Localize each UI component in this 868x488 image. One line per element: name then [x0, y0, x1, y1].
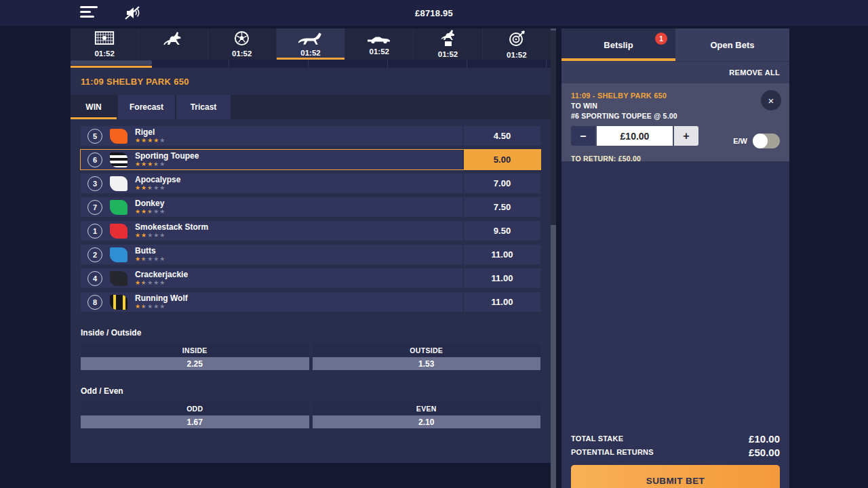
football-icon: [234, 30, 250, 49]
race-scroll-strip[interactable]: [71, 60, 551, 68]
runner-name: Rigel: [135, 128, 165, 136]
race-title: 11:09 SHELBY PARK 650: [81, 68, 540, 95]
runner-name: Sporting Toupee: [135, 152, 199, 160]
race-panel: 11:09 SHELBY PARK 650 WIN Forecast Trica…: [71, 68, 551, 463]
sport-tab-greyhounds[interactable]: 01:52: [276, 28, 344, 60]
inside-outside-market: INSIDE 2.25 OUTSIDE 1.53: [81, 344, 540, 370]
tab-tricast[interactable]: Tricast: [176, 95, 231, 119]
horse-racing-icon: [161, 30, 185, 49]
odds-button[interactable]: 2.25: [81, 357, 309, 370]
odds-button[interactable]: 5.00: [464, 150, 540, 169]
remove-bet-icon[interactable]: ×: [761, 90, 781, 110]
stake-increase-button[interactable]: +: [674, 126, 698, 146]
each-way-control: E/W: [733, 134, 780, 148]
stake-stepper: – £10.00 +: [571, 126, 700, 146]
market-column-label: EVEN: [313, 402, 541, 415]
betslip-panel: Betslip 1 Open Bets REMOVE ALL 11:09 - S…: [561, 28, 789, 488]
star-rating: ★★★★★: [135, 280, 188, 286]
main-content: 01:52 01:52 01:52 01:52: [71, 28, 551, 463]
runner-row[interactable]: 6 Sporting Toupee ★★★★★ 5.00: [81, 150, 540, 169]
sport-tab-darts[interactable]: 01:52: [482, 28, 551, 60]
vertical-scrollbar[interactable]: [551, 28, 556, 488]
race-countdown: 01:52: [507, 52, 526, 59]
tab-open-bets[interactable]: Open Bets: [675, 28, 789, 61]
total-stake-label: TOTAL STAKE: [571, 434, 623, 443]
bet-selection: #6 SPORTING TOUPEE @ 5.00: [571, 112, 780, 120]
race-countdown: 01:52: [370, 48, 389, 56]
runner-row[interactable]: 2 Butts ★★★★★ 11.00: [81, 245, 540, 264]
sport-tab-horse-racing[interactable]: [138, 28, 207, 60]
odds-button[interactable]: 11.00: [464, 268, 540, 288]
runner-list: 5 Rigel ★★★★★ 4.50 6 Sporting Toupee ★★★…: [81, 126, 540, 312]
trap-number: 2: [87, 247, 102, 262]
tab-betslip[interactable]: Betslip 1: [561, 28, 675, 61]
toggle-knob: [753, 134, 768, 148]
silk-icon: [110, 200, 127, 215]
market-heading: Odd / Even: [81, 386, 540, 396]
odds-button[interactable]: 11.00: [464, 292, 540, 312]
runner-name: Apocalypse: [135, 176, 180, 184]
star-rating: ★★★★★: [135, 138, 165, 144]
runner-row[interactable]: 8 Running Wolf ★★★★★ 11.00: [81, 292, 540, 312]
betslip-count-badge: 1: [655, 33, 667, 45]
sport-tab-motor-racing[interactable]: 01:52: [344, 28, 413, 60]
bet-type-tab-bar: WIN Forecast Tricast: [71, 95, 551, 119]
scrollbar-thumb[interactable]: [551, 30, 556, 225]
tab-win[interactable]: WIN: [71, 95, 117, 119]
greyhound-icon: [298, 31, 323, 48]
remove-all-button[interactable]: REMOVE ALL: [561, 61, 789, 83]
runner-name: Smokestack Storm: [135, 223, 208, 231]
betslip-body: [561, 161, 789, 430]
odds-button[interactable]: 1.67: [81, 415, 309, 428]
each-way-toggle[interactable]: [753, 134, 780, 148]
bet-card: 11:09 - SHELBY PARK 650 TO WIN #6 SPORTI…: [561, 83, 789, 161]
goal-icon: [94, 30, 115, 49]
runner-name: Crackerjackie: [135, 270, 188, 279]
silk-icon: [110, 176, 127, 191]
runner-row[interactable]: 1 Smokestack Storm ★★★★★ 9.50: [81, 221, 540, 241]
odds-button[interactable]: 9.50: [464, 221, 540, 241]
trap-number: 7: [87, 200, 102, 215]
submit-bet-button[interactable]: SUBMIT BET: [571, 465, 780, 488]
silk-icon: [110, 295, 127, 310]
runner-name: Donkey: [135, 199, 165, 207]
odd-even-market: ODD 1.67 EVEN 2.10: [81, 402, 540, 428]
runner-name: Butts: [135, 247, 165, 255]
race-countdown: 01:52: [94, 50, 114, 58]
odds-button[interactable]: 7.50: [464, 197, 540, 217]
silk-icon: [110, 129, 127, 144]
sport-tab-goal[interactable]: 01:52: [71, 28, 138, 60]
sport-tab-football[interactable]: 01:52: [208, 28, 276, 60]
betslip-tab-bar: Betslip 1 Open Bets: [561, 28, 789, 61]
star-rating: ★★★★★: [135, 304, 188, 310]
potential-returns-value: £50.00: [749, 447, 780, 458]
tab-forecast[interactable]: Forecast: [118, 95, 175, 119]
total-stake-value: £10.00: [749, 433, 780, 445]
runner-row[interactable]: 4 Crackerjackie ★★★★★ 11.00: [81, 268, 540, 288]
scroll-thumb[interactable]: [71, 60, 152, 65]
trap-number: 8: [87, 295, 102, 310]
stake-decrease-button[interactable]: –: [571, 126, 595, 146]
odds-button[interactable]: 2.10: [313, 415, 541, 428]
darts-target-icon: [508, 30, 526, 50]
runner-row[interactable]: 7 Donkey ★★★★★ 7.50: [81, 197, 540, 217]
bet-market: TO WIN: [571, 102, 780, 110]
race-countdown: 01:52: [232, 50, 252, 58]
trap-number: 6: [87, 152, 102, 167]
runner-row[interactable]: 3 Apocalypse ★★★★★ 7.00: [81, 174, 540, 193]
betslip-summary: TOTAL STAKE £10.00 POTENTIAL RETURNS £50…: [561, 430, 789, 459]
odds-button[interactable]: 4.50: [464, 126, 540, 146]
star-rating: ★★★★★: [135, 256, 165, 262]
scroll-progress-bar: [71, 66, 152, 68]
odds-button[interactable]: 1.53: [313, 357, 541, 370]
runner-row[interactable]: 5 Rigel ★★★★★ 4.50: [81, 126, 540, 146]
horse-jump-icon: [438, 30, 458, 49]
star-rating: ★★★★★: [135, 185, 180, 191]
odds-button[interactable]: 11.00: [464, 245, 540, 264]
sport-tab-horse-jumps[interactable]: 01:52: [413, 28, 481, 60]
odds-button[interactable]: 7.00: [464, 174, 540, 193]
to-return-text: TO RETURN: £50.00: [571, 155, 780, 163]
stake-input[interactable]: £10.00: [597, 126, 673, 146]
top-bar: £8718.95: [0, 0, 868, 26]
sport-tab-bar: 01:52 01:52 01:52 01:52: [71, 28, 551, 60]
